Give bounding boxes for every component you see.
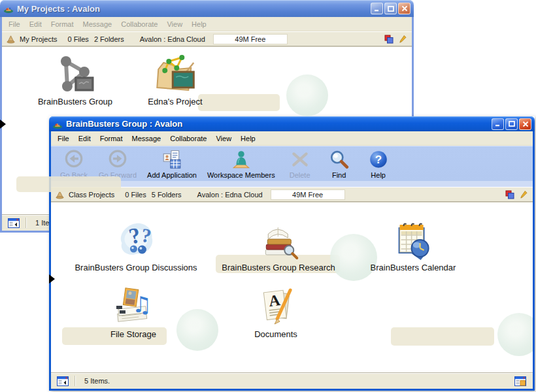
- location-name: My Projects: [20, 35, 57, 43]
- calendar-icon: [392, 220, 434, 261]
- item-label: File Storage: [110, 329, 156, 339]
- svg-text:?: ?: [375, 154, 381, 166]
- sidebar-expand-handle[interactable]: [0, 120, 6, 129]
- file-storage-icon: ♫: [112, 286, 154, 328]
- free-space-box: 49M Free: [213, 34, 288, 44]
- discussions-icon: ? ?: [115, 220, 157, 261]
- free-space-box: 49M Free: [271, 189, 345, 200]
- go-back-icon: [63, 150, 85, 171]
- folder-item-research[interactable]: BrainBusters Group Research: [222, 220, 335, 272]
- file-count: 0 Files: [125, 191, 146, 199]
- network-graph-icon: [54, 54, 96, 95]
- find-button[interactable]: Find: [322, 149, 357, 180]
- add-application-button[interactable]: Add Application: [144, 149, 200, 180]
- close-button[interactable]: [519, 118, 531, 130]
- folder-item-documents[interactable]: A Documents: [254, 286, 297, 339]
- documents-icon: A: [255, 286, 297, 328]
- find-icon: [328, 150, 350, 171]
- go-forward-button[interactable]: Go Forward: [95, 149, 140, 180]
- item-label: BrainBusters Group Discussions: [75, 263, 197, 272]
- menu-collaborate[interactable]: Collaborate: [116, 18, 162, 30]
- menu-edit[interactable]: Edit: [25, 18, 46, 30]
- workspace-members-button[interactable]: Workspace Members: [204, 149, 278, 180]
- location-bar: Class Projects 0 Files 5 Folders Avalon …: [51, 187, 533, 202]
- menubar: File Edit Format Message Collaborate Vie…: [2, 17, 412, 31]
- menu-help[interactable]: Help: [236, 133, 260, 144]
- folder-item-calendar[interactable]: BrainBusters Calendar: [371, 220, 456, 272]
- pencil-edit-icon[interactable]: [519, 190, 528, 199]
- project-folder-icon: [154, 54, 196, 95]
- menu-file[interactable]: File: [53, 133, 74, 144]
- maximize-button[interactable]: [505, 118, 518, 130]
- file-count: 0 Files: [67, 35, 88, 43]
- menu-file[interactable]: File: [4, 18, 25, 30]
- folder-item-discussions[interactable]: ? ? BrainBusters Group Discussions: [75, 220, 197, 272]
- minimize-button[interactable]: [492, 118, 504, 130]
- item-label: BrainBusters Group: [38, 97, 112, 106]
- watermark-circle: [497, 313, 533, 356]
- add-application-icon: [161, 150, 183, 171]
- folder-item-file-storage[interactable]: ♫ File Storage: [110, 286, 156, 339]
- app-icon: [52, 119, 63, 129]
- folder-view-class-projects: ? ? BrainBusters Group Discussions: [51, 202, 533, 372]
- app-icon: [3, 3, 14, 14]
- close-button[interactable]: [398, 3, 410, 14]
- go-forward-icon: [107, 150, 129, 171]
- workspace-members-icon: [230, 150, 252, 171]
- cloud-name: Avalon : Edna Cloud: [197, 191, 263, 199]
- menu-format[interactable]: Format: [46, 18, 78, 30]
- sidebar-expand-handle[interactable]: [49, 274, 55, 284]
- folder-count: 5 Folders: [152, 191, 182, 199]
- copy-icon[interactable]: [505, 190, 514, 199]
- menu-view[interactable]: View: [211, 133, 236, 144]
- research-icon: [258, 220, 299, 261]
- sidebar-toggle-icon[interactable]: [8, 218, 20, 228]
- titlebar-my-projects[interactable]: My Projects : Avalon: [0, 0, 414, 17]
- item-count-status: 5 Items.: [75, 377, 508, 385]
- maximize-button[interactable]: [384, 3, 397, 14]
- menu-view[interactable]: View: [162, 18, 187, 30]
- delete-icon: [289, 150, 311, 171]
- menu-collaborate[interactable]: Collaborate: [165, 133, 211, 144]
- menu-format[interactable]: Format: [95, 133, 127, 144]
- delete-button[interactable]: Delete: [282, 149, 318, 180]
- svg-text:♫: ♫: [132, 291, 152, 318]
- item-label: BrainBusters Calendar: [371, 263, 456, 272]
- item-label: BrainBusters Group Research: [222, 263, 335, 272]
- item-label: Documents: [254, 329, 297, 339]
- folder-location-icon: [6, 34, 16, 44]
- pencil-edit-icon[interactable]: [398, 35, 407, 44]
- window-title: BrainBusters Group : Avalon: [66, 119, 490, 129]
- menu-message[interactable]: Message: [78, 18, 117, 30]
- help-button[interactable]: ? Help: [361, 149, 396, 180]
- menu-edit[interactable]: Edit: [74, 133, 95, 144]
- menu-help[interactable]: Help: [187, 18, 211, 30]
- details-panel-icon[interactable]: [514, 376, 526, 386]
- statusbar-brainbusters: 5 Items.: [51, 372, 533, 389]
- folder-count: 2 Folders: [94, 35, 124, 43]
- watermark-circle: [176, 309, 218, 351]
- cloud-name: Avalon : Edna Cloud: [140, 35, 205, 43]
- menubar: File Edit Format Message Collaborate Vie…: [51, 131, 533, 146]
- folder-item-ednas-project[interactable]: Edna's Project: [148, 54, 202, 106]
- help-icon: ?: [367, 150, 390, 171]
- go-back-button[interactable]: Go Back: [56, 149, 92, 180]
- watermark-circle: [286, 74, 328, 116]
- sidebar-toggle-icon[interactable]: [57, 376, 69, 386]
- watermark-rect: [391, 327, 494, 346]
- minimize-button[interactable]: [371, 3, 383, 14]
- folder-item-brainbusters-group[interactable]: BrainBusters Group: [38, 54, 112, 106]
- item-label: Edna's Project: [148, 97, 202, 106]
- titlebar-brainbusters-group[interactable]: BrainBusters Group : Avalon: [49, 116, 535, 131]
- watermark-rect: [16, 176, 121, 192]
- window-brainbusters-group: BrainBusters Group : Avalon File Edit Fo…: [49, 116, 535, 391]
- desktop: My Projects : Avalon File Edit Format Me…: [0, 0, 536, 392]
- copy-icon[interactable]: [384, 35, 394, 44]
- watermark-rect: [198, 94, 280, 111]
- location-bar: My Projects 0 Files 2 Folders Avalon : E…: [2, 31, 412, 46]
- toolbar: Go Back Go Forward: [51, 146, 533, 187]
- window-title: My Projects : Avalon: [17, 4, 369, 14]
- menu-message[interactable]: Message: [127, 133, 166, 144]
